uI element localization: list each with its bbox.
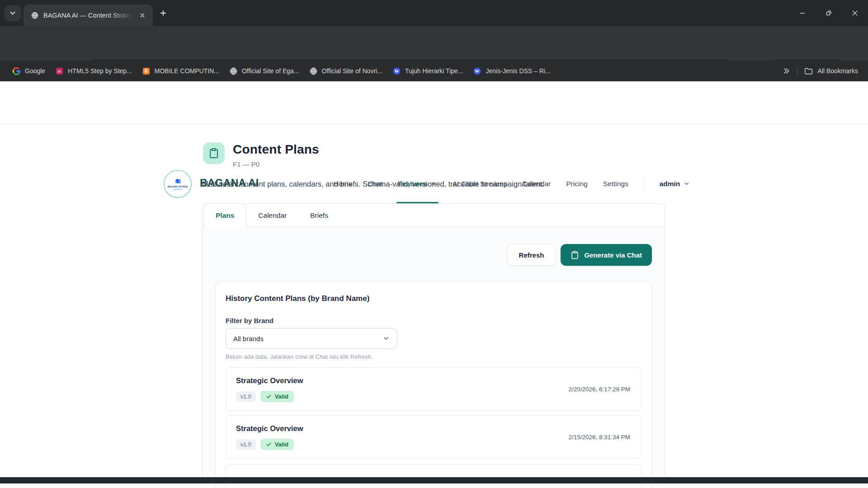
bookmarks-bar: Google IT HTML5 Step by Step... B MOBILE… — [0, 61, 868, 81]
minimize-icon — [798, 9, 807, 17]
version-badge: v1.0 — [236, 439, 256, 450]
site-header: BAGANA STUDIO BAGANA AI Home Chat Featur… — [0, 81, 868, 124]
bookmark-novri[interactable]: Official Site of Novri... — [304, 64, 387, 78]
logo-text: BAGANA STUDIO — [168, 185, 188, 188]
site-logo[interactable]: BAGANA STUDIO — [164, 170, 192, 198]
tab-briefs[interactable]: Briefs — [298, 204, 340, 227]
window-controls — [789, 0, 868, 26]
folder-icon — [804, 66, 813, 76]
plan-timestamp: 2/15/2026, 8:31:34 PM — [568, 434, 630, 441]
close-icon — [851, 9, 859, 17]
svg-text:B: B — [145, 69, 148, 74]
svg-text:IT: IT — [58, 69, 61, 73]
tab-search-button[interactable] — [5, 5, 21, 21]
bookmark-tujuh-hierarki[interactable]: W Tujuh Hierarki Tipe... — [387, 64, 468, 78]
blogger-icon: B — [142, 67, 151, 75]
new-tab-button[interactable] — [156, 6, 170, 20]
logo-tagline — [173, 189, 182, 190]
window-restore-button[interactable] — [816, 0, 842, 26]
svg-text:W: W — [394, 69, 399, 74]
window-minimize-button[interactable] — [789, 0, 816, 26]
chevron-down-icon — [382, 335, 390, 342]
plans-tab-card: Plans Calendar Briefs Refresh Generate v… — [202, 203, 665, 483]
logo-blob-icon — [174, 178, 182, 185]
tab-title: BAGANA AI — Content Strategy — [43, 12, 133, 19]
divider — [797, 66, 797, 76]
plus-icon — [159, 9, 168, 18]
generate-via-chat-button[interactable]: Generate via Chat — [561, 244, 652, 266]
refresh-button[interactable]: Refresh — [507, 244, 557, 266]
tab-favicon-globe-icon — [31, 11, 39, 19]
browser-tab[interactable]: BAGANA AI — Content Strategy — [24, 5, 153, 26]
clipboard-icon — [203, 142, 225, 164]
browser-tab-strip: BAGANA AI — Content Strategy — [0, 0, 868, 26]
chevron-down-icon — [683, 180, 690, 187]
globe-icon — [229, 67, 238, 75]
plan-timestamp: 2/20/2026, 6:17:29 PM — [568, 386, 630, 393]
tab-close-icon[interactable] — [137, 10, 147, 20]
bookmark-ega[interactable]: Official Site of Ega... — [224, 64, 304, 78]
plan-list: Strategic Overview v1.0 Valid 2/20/2026,… — [226, 367, 642, 488]
chevron-down-icon — [9, 9, 17, 17]
page-title: Content Plans — [233, 142, 319, 157]
page-subtitle: F1 — P0 — [233, 160, 319, 168]
google-icon — [12, 67, 21, 75]
bookmarks-overflow-icon[interactable] — [782, 66, 791, 75]
bookmark-html5[interactable]: IT HTML5 Step by Step... — [50, 64, 137, 78]
filter-label: Filter by Brand — [226, 317, 642, 324]
brand-filter-select[interactable]: All brands — [226, 328, 397, 349]
browser-toolbar: localhost:3000/plans Incognito (2) — [0, 26, 868, 61]
tab-plans[interactable]: Plans — [203, 203, 246, 227]
wordpress-icon: W — [392, 67, 401, 75]
page-description: Multi-talent content plans, calendars, a… — [202, 180, 666, 188]
bookmark-jenis-dss[interactable]: W Jenis-Jenis DSS – Ri... — [468, 64, 555, 78]
browser-window: BAGANA AI — Content Strategy — [0, 0, 868, 488]
globe-icon — [309, 67, 318, 75]
empty-state-hint: Belum ada data. Jalankan crew di Chat la… — [226, 353, 642, 360]
svg-text:W: W — [475, 69, 480, 74]
page-content: Content Plans F1 — P0 Multi-talent conte… — [202, 124, 666, 483]
status-badge: Valid — [260, 391, 294, 402]
window-bottom-edge — [0, 477, 868, 483]
version-badge: v1.0 — [236, 391, 256, 402]
bookmark-mobile-computing[interactable]: B MOBILE COMPUTIN... — [137, 64, 224, 78]
content-tabs: Plans Calendar Briefs — [203, 204, 665, 227]
all-bookmarks-button[interactable]: All Bookmarks — [804, 66, 861, 76]
check-icon — [266, 441, 272, 447]
window-close-button[interactable] — [842, 0, 868, 26]
check-icon — [266, 394, 272, 399]
wordpress-icon: W — [473, 67, 481, 75]
history-title: History Content Plans (by Brand Name) — [226, 294, 642, 303]
plan-list-item[interactable]: Strategic Overview v1.0 Valid 2/15/2026,… — [226, 415, 642, 459]
tab-calendar[interactable]: Calendar — [246, 204, 298, 227]
plan-list-item[interactable] — [226, 464, 642, 488]
clipboard-icon — [571, 251, 579, 259]
restore-icon — [825, 9, 833, 17]
history-card: History Content Plans (by Brand Name) Fi… — [215, 281, 652, 488]
it-badge-icon: IT — [55, 67, 64, 75]
plan-list-item[interactable]: Strategic Overview v1.0 Valid 2/20/2026,… — [226, 367, 642, 411]
bookmark-google[interactable]: Google — [7, 64, 50, 78]
status-badge: Valid — [260, 439, 294, 450]
